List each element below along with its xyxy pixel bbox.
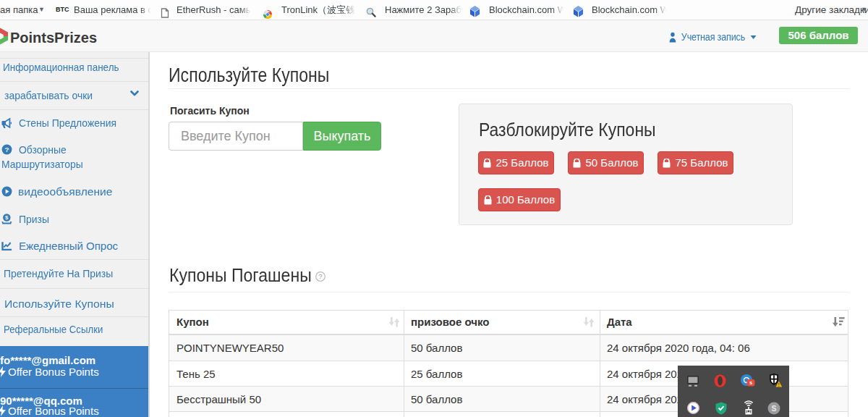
svg-text:?: ?: [4, 146, 9, 153]
svg-text:?: ?: [318, 272, 322, 280]
svg-text:$: $: [5, 214, 9, 221]
svg-text:S: S: [771, 404, 776, 413]
svg-text:s: s: [749, 379, 752, 386]
